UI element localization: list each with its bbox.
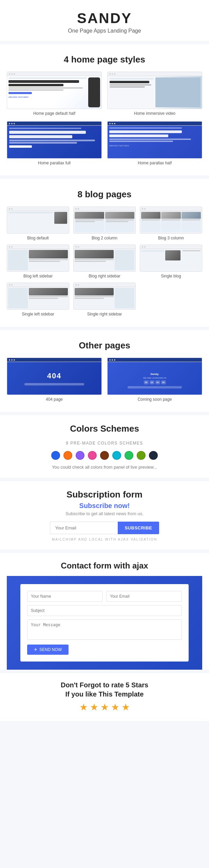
card-img <box>141 212 160 219</box>
blog-thumb-right-sidebar: Blog right sidebar <box>73 245 136 278</box>
countdown-box: 00 <box>144 380 149 384</box>
browser-dot <box>112 359 113 361</box>
text-line <box>29 298 58 299</box>
sub-line <box>110 84 151 86</box>
browser-dot <box>144 246 146 248</box>
star-3: ★ <box>100 702 109 713</box>
home-thumb-parallax-full: Home parallax full <box>7 121 102 165</box>
blog-2col-preview <box>73 206 136 234</box>
mini-card <box>75 212 104 232</box>
mini-card <box>161 212 180 232</box>
hp-left-text: AMAZING FEATURES <box>8 77 87 107</box>
home-thumb-immersive: Home immersive video <box>107 72 202 116</box>
countdown-box: 12 <box>150 380 154 384</box>
send-icon: ✈ <box>34 647 37 652</box>
blog-img <box>75 250 114 258</box>
send-label: SEND NOW <box>39 647 62 652</box>
color-dot-pink[interactable] <box>88 451 97 460</box>
color-dot-brown[interactable] <box>100 451 109 460</box>
blog-content <box>54 212 68 232</box>
browser-content <box>140 249 202 271</box>
color-dot-green[interactable] <box>125 451 133 460</box>
blog-pages-grid: Blog default <box>7 206 202 317</box>
browser-dot <box>11 359 13 361</box>
color-dot-blue[interactable] <box>51 451 60 460</box>
browser-content <box>74 211 135 233</box>
browser-content <box>7 211 69 233</box>
sub-line2 <box>9 142 77 144</box>
title-line <box>8 80 79 83</box>
404-preview: 404 <box>7 358 102 395</box>
thumb-label: Blog left sidebar <box>23 274 53 278</box>
main-content <box>29 250 68 270</box>
thumb-label: Blog default <box>27 236 49 240</box>
card-body <box>182 219 201 222</box>
browser-dot <box>142 246 143 248</box>
mini-line <box>162 219 180 220</box>
browser-content <box>7 126 101 158</box>
sub-line2 <box>8 89 63 91</box>
subject-input[interactable] <box>27 605 182 616</box>
color-dot-orange[interactable] <box>63 451 72 460</box>
blog-pages-title: 8 blog pages <box>7 189 202 200</box>
email-input[interactable] <box>50 522 118 534</box>
thumb-label: Single left sidebar <box>22 312 54 317</box>
browser-dot <box>78 284 79 286</box>
home-pages-title: 4 home page styles <box>7 54 202 65</box>
browser-dot <box>112 73 113 75</box>
mini-card <box>105 212 135 232</box>
contact-email-input[interactable] <box>106 591 182 602</box>
blog-thumb-single-right: Single right sidebar <box>73 283 136 317</box>
color-dots <box>7 451 202 460</box>
mini-line <box>75 221 95 222</box>
title-line <box>9 131 86 134</box>
color-dot-olive[interactable] <box>137 451 146 460</box>
blog-img <box>54 212 67 224</box>
browser-dot <box>9 123 10 124</box>
star-1: ★ <box>79 702 88 713</box>
browser-dot <box>11 246 13 248</box>
browser-dot <box>109 123 111 124</box>
browser-dot <box>11 123 13 124</box>
browser-content <box>140 211 202 233</box>
browser-dot <box>14 73 15 75</box>
colors-section: Colors Schemes 9 PRE-MADE COLORS SCHEMES… <box>0 415 209 478</box>
single-left-sidebar-preview <box>7 283 69 310</box>
card-img <box>161 212 180 219</box>
color-dot-purple[interactable] <box>76 451 84 460</box>
main-content <box>75 288 114 308</box>
home-pages-section: 4 home page styles <box>0 44 209 176</box>
sub-line <box>8 87 83 89</box>
browser-content <box>7 287 69 309</box>
browser-content <box>74 287 135 309</box>
subscribe-button[interactable]: SUBSCRIBE <box>118 522 159 534</box>
blog-img <box>29 250 68 258</box>
send-button[interactable]: ✈ SEND NOW <box>27 645 69 655</box>
blog-thumb-default: Blog default <box>7 206 69 240</box>
home-thumb-parallax-half: AMAZING FEATURES Home parallax half <box>107 121 202 165</box>
message-textarea[interactable] <box>27 619 182 640</box>
immersive-right <box>155 77 201 107</box>
mini-line <box>75 219 103 220</box>
color-dot-cyan[interactable] <box>112 451 121 460</box>
contact-form-card: ✈ SEND NOW <box>20 584 189 662</box>
title-line2 <box>9 135 72 138</box>
blog-pages-section: 8 blog pages <box>0 179 209 327</box>
footer-line1: Don't Forgot to rate 5 Stars <box>7 681 202 689</box>
blog-thumb-left-sidebar: Blog left sidebar <box>7 245 69 278</box>
header: SANDY One Page Apps Landing Page <box>0 0 209 41</box>
star-5: ★ <box>121 702 130 713</box>
blog-thumb-2col: Blog 2 column <box>73 206 136 240</box>
other-pages-section: Other pages 404 404 page <box>0 330 209 412</box>
browser-dot <box>109 359 111 361</box>
other-pages-grid: 404 404 page Sandy. WE ARE LAUNCHING IN <box>7 358 202 402</box>
name-input[interactable] <box>27 591 103 602</box>
thumb-label: Home immersive video <box>134 111 175 116</box>
browser-dot <box>114 73 115 75</box>
text-line <box>75 259 114 260</box>
color-dot-dark[interactable] <box>149 451 158 460</box>
text-line <box>75 298 104 299</box>
search-bar <box>24 383 84 385</box>
browser-dot <box>112 123 113 124</box>
subscription-form: SUBSCRIBE <box>7 522 202 534</box>
